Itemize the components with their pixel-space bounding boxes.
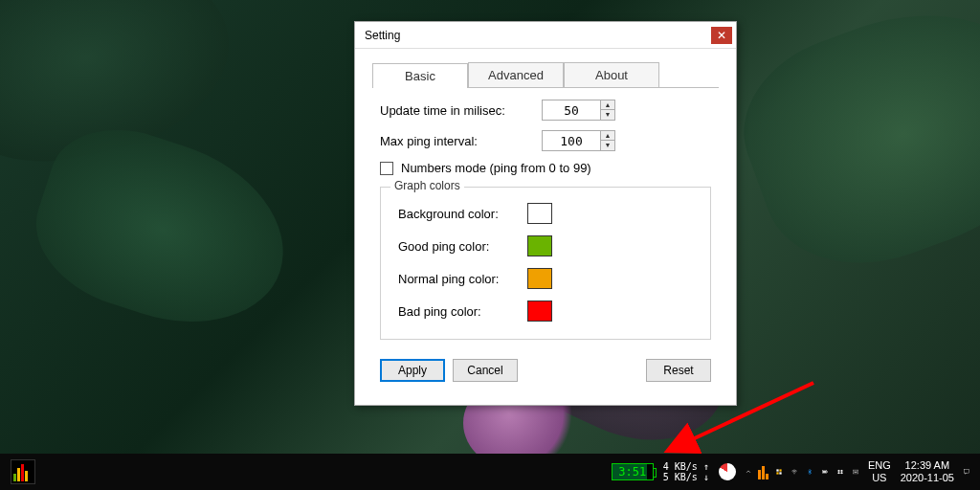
update-time-label: Update time in milisec: [380, 103, 505, 118]
reset-button[interactable]: Reset [646, 359, 711, 382]
titlebar-title: Setting [365, 29, 400, 42]
svg-point-5 [794, 474, 795, 475]
titlebar[interactable]: Setting ✕ [355, 22, 736, 49]
normal-ping-color-label: Normal ping color: [398, 272, 527, 286]
app-icon-ping[interactable] [6, 454, 40, 490]
clock-time: 12:39 AM [901, 459, 954, 472]
bluetooth-icon[interactable] [802, 464, 817, 479]
net-download: 5 KB/s ↓ [663, 472, 709, 482]
max-ping-down-button[interactable]: ▼ [601, 141, 614, 150]
update-time-spinner: ▲ ▼ [542, 100, 615, 121]
max-ping-label: Max ping interval: [380, 134, 478, 148]
network-stats[interactable]: 4 KB/s ↑ 5 KB/s ↓ [658, 454, 714, 490]
svg-rect-4 [779, 472, 781, 474]
close-button[interactable]: ✕ [711, 27, 732, 44]
update-time-down-button[interactable]: ▼ [601, 110, 614, 120]
graph-colors-fieldset: Graph colors Background color: Good ping… [380, 187, 711, 340]
battery-indicator[interactable]: 3:51 [607, 454, 658, 490]
dropbox-icon[interactable] [833, 464, 848, 479]
tab-advanced[interactable]: Advanced [468, 62, 564, 87]
tray-app-icon[interactable] [756, 464, 771, 479]
good-ping-color-swatch[interactable] [527, 235, 552, 256]
settings-dialog: Setting ✕ Basic Advanced About Update ti… [354, 21, 737, 406]
svg-rect-2 [779, 469, 781, 471]
tray-expand-icon[interactable] [741, 464, 756, 479]
clock[interactable]: 12:39 AM 2020-11-05 [896, 454, 959, 490]
clock-date: 2020-11-05 [901, 472, 954, 484]
max-ping-spinner: ▲ ▼ [542, 130, 615, 151]
taskbar: 3:51 4 KB/s ↑ 5 KB/s ↓ ENG [0, 454, 980, 490]
tab-basic[interactable]: Basic [372, 63, 468, 88]
tabs: Basic Advanced About [372, 62, 719, 88]
background-color-swatch[interactable] [527, 203, 552, 224]
svg-rect-10 [854, 471, 855, 472]
numbers-mode-checkbox[interactable] [380, 162, 393, 175]
svg-rect-3 [776, 472, 778, 474]
background-color-label: Background color: [398, 207, 527, 221]
max-ping-input[interactable] [543, 131, 600, 150]
cancel-button[interactable]: Cancel [453, 359, 518, 382]
windows-security-icon[interactable] [771, 464, 787, 479]
battery-tray-icon[interactable] [817, 464, 833, 479]
language-top: ENG [868, 459, 891, 472]
svg-rect-11 [855, 471, 856, 472]
language-indicator[interactable]: ENG US [863, 454, 896, 490]
close-icon: ✕ [717, 30, 726, 41]
good-ping-color-label: Good ping color: [398, 239, 527, 254]
tab-about[interactable]: About [564, 62, 659, 87]
normal-ping-color-swatch[interactable] [527, 268, 552, 289]
svg-rect-1 [776, 469, 778, 471]
battery-time: 3:51 [618, 465, 646, 479]
svg-rect-8 [823, 471, 827, 473]
svg-rect-7 [827, 471, 828, 472]
bad-ping-color-label: Bad ping color: [398, 304, 527, 319]
graph-colors-legend: Graph colors [390, 179, 464, 192]
keyboard-icon[interactable] [848, 464, 863, 479]
svg-rect-9 [853, 470, 858, 474]
tab-panel-basic: Update time in milisec: ▲ ▼ Max ping int… [372, 88, 719, 390]
svg-rect-14 [857, 471, 858, 472]
max-ping-up-button[interactable]: ▲ [601, 131, 614, 141]
action-center-icon[interactable] [959, 464, 974, 479]
disk-usage-icon[interactable] [714, 454, 741, 490]
language-bottom: US [868, 472, 891, 484]
update-time-up-button[interactable]: ▲ [601, 100, 614, 110]
apply-button[interactable]: Apply [380, 359, 445, 382]
update-time-input[interactable] [543, 100, 600, 120]
wallpaper-leaf [721, 0, 980, 294]
svg-rect-16 [965, 470, 969, 473]
svg-rect-12 [856, 471, 857, 472]
svg-rect-13 [856, 471, 857, 472]
bad-ping-color-swatch[interactable] [527, 301, 552, 322]
numbers-mode-label: Numbers mode (ping from 0 to 99) [401, 161, 591, 175]
wifi-icon[interactable] [787, 464, 802, 479]
svg-rect-15 [854, 472, 857, 473]
net-upload: 4 KB/s ↑ [663, 461, 709, 472]
